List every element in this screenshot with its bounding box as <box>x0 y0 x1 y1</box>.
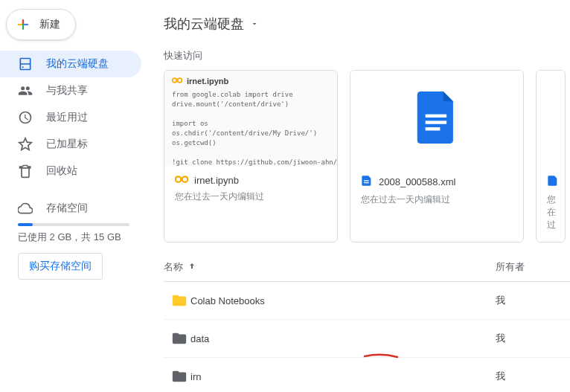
column-name[interactable]: 名称 <box>164 260 496 274</box>
column-owner[interactable]: 所有者 <box>496 260 570 274</box>
card-subtitle: 您在过 <box>547 193 554 231</box>
card-preview <box>537 71 565 166</box>
table-row[interactable]: irn 我 <box>164 358 570 392</box>
sidebar-item-label: 最近用过 <box>46 111 88 124</box>
card-preview <box>350 71 523 166</box>
svg-point-4 <box>173 78 177 83</box>
sidebar-item-recent[interactable]: 最近用过 <box>0 104 141 131</box>
sidebar-item-storage[interactable]: 存储空间 <box>18 195 140 222</box>
clock-icon <box>18 110 33 125</box>
svg-rect-8 <box>426 114 446 117</box>
folder-icon <box>164 292 190 309</box>
sidebar-item-label: 与我共享 <box>46 84 88 97</box>
folder-icon <box>164 368 190 385</box>
file-list: Colab Notebooks 我 data 我 irn 我 <box>164 282 570 392</box>
docs-icon <box>547 175 559 189</box>
file-owner: 我 <box>496 294 570 307</box>
quick-access-row: irnet.ipynb from google.colab import dri… <box>164 70 570 242</box>
preview-filename: irnet.ipynb <box>187 77 228 86</box>
quick-access-card[interactable]: irnet.ipynb from google.colab import dri… <box>164 70 338 242</box>
sidebar-item-shared[interactable]: 与我共享 <box>0 77 141 104</box>
storage-bar <box>18 223 129 226</box>
trash-icon <box>18 164 33 179</box>
svg-rect-1 <box>24 24 28 25</box>
file-name: Colab Notebooks <box>190 295 496 306</box>
plus-icon <box>16 17 31 32</box>
file-name: data <box>190 333 496 344</box>
sidebar-item-label: 我的云端硬盘 <box>46 57 109 71</box>
quick-access-card[interactable]: 2008_000588.xml 您在过去一天内编辑过 <box>350 70 524 242</box>
svg-rect-2 <box>18 24 22 25</box>
sidebar-item-label: 已加星标 <box>46 138 88 151</box>
new-button-label: 新建 <box>39 18 60 31</box>
docs-icon <box>417 91 457 146</box>
svg-point-7 <box>182 176 188 182</box>
quick-access-card[interactable]: 2 您在过 <box>536 70 566 242</box>
new-button[interactable]: 新建 <box>6 9 76 40</box>
svg-rect-11 <box>364 180 369 181</box>
svg-rect-10 <box>426 127 441 130</box>
card-subtitle: 您在过去一天内编辑过 <box>361 193 513 206</box>
table-row[interactable]: Colab Notebooks 我 <box>164 282 570 320</box>
card-title: 2008_000588.xml <box>379 176 455 187</box>
file-list-header: 名称 所有者 <box>164 242 570 282</box>
svg-point-6 <box>176 176 182 182</box>
file-owner: 我 <box>496 370 570 383</box>
breadcrumb[interactable]: 我的云端硬盘 <box>164 9 570 46</box>
svg-point-5 <box>178 78 182 83</box>
chevron-down-icon <box>250 16 259 32</box>
svg-rect-9 <box>426 121 446 123</box>
breadcrumb-title: 我的云端硬盘 <box>164 15 244 33</box>
cloud-icon <box>18 201 33 216</box>
docs-icon <box>361 175 373 189</box>
sidebar-item-label: 回收站 <box>46 164 77 178</box>
star-icon <box>18 137 33 152</box>
sidebar-item-trash[interactable]: 回收站 <box>0 158 141 184</box>
svg-point-3 <box>22 66 24 68</box>
main-content: 我的云端硬盘 快速访问 irnet.ipynb from google.cola… <box>149 0 570 392</box>
card-title: 2 <box>565 176 566 187</box>
colab-icon <box>175 175 188 186</box>
table-row[interactable]: data 我 <box>164 320 570 358</box>
storage-text: 已使用 2 GB，共 15 GB <box>18 231 140 244</box>
card-subtitle: 您在过去一天内编辑过 <box>175 190 327 203</box>
file-owner: 我 <box>496 332 570 345</box>
storage-section: 存储空间 已使用 2 GB，共 15 GB 购买存储空间 <box>0 193 149 280</box>
column-name-label: 名称 <box>164 260 183 274</box>
colab-icon <box>172 77 182 86</box>
preview-code: from google.colab import drive drive.mou… <box>172 90 330 166</box>
drive-icon <box>18 57 33 71</box>
people-icon <box>18 83 33 98</box>
card-title: irnet.ipynb <box>194 175 239 186</box>
svg-rect-0 <box>22 19 24 24</box>
folder-icon <box>164 330 190 347</box>
sidebar-item-my-drive[interactable]: 我的云端硬盘 <box>0 51 141 77</box>
storage-label: 存储空间 <box>46 202 88 215</box>
sidebar: 新建 我的云端硬盘 与我共享 最近用过 已加星标 回收站 存储空间 已使用 2 … <box>0 0 149 392</box>
card-preview: irnet.ipynb from google.colab import dri… <box>164 71 337 166</box>
svg-rect-12 <box>364 182 369 183</box>
sidebar-item-starred[interactable]: 已加星标 <box>0 131 141 158</box>
arrow-up-icon <box>188 262 196 273</box>
buy-storage-button[interactable]: 购买存储空间 <box>18 253 103 280</box>
quick-access-title: 快速访问 <box>164 49 570 62</box>
hand-annotation <box>363 350 399 356</box>
file-name: irn <box>190 371 496 382</box>
